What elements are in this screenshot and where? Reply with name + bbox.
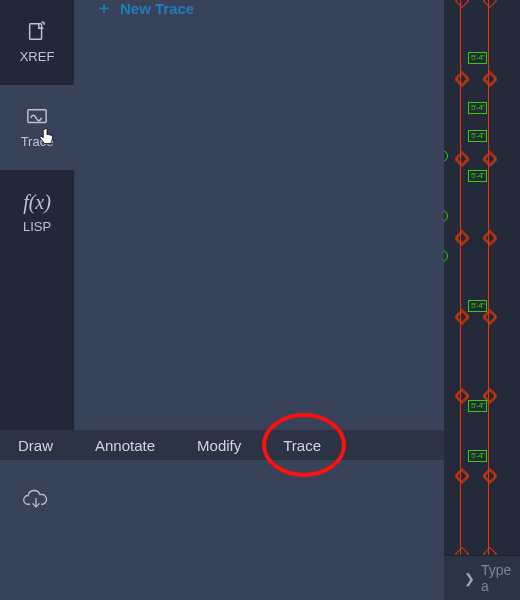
plus-icon: ＋ xyxy=(96,0,112,16)
tab-draw[interactable]: Draw xyxy=(18,437,53,454)
tab-annotate[interactable]: Annotate xyxy=(95,437,155,454)
dimension-label: 5'-4" xyxy=(468,450,487,462)
tool-options-panel xyxy=(0,460,444,600)
tool-rail: XREF Trace f(x) LISP xyxy=(0,0,74,430)
drawing-canvas[interactable]: 5'-4" 5'-4" 5'-4" 5'-4" 5'-4" 5'-4" 5'-4… xyxy=(444,0,520,555)
tool-tab-bar: Draw Annotate Modify Trace xyxy=(0,430,444,460)
command-line[interactable]: ❯ Type a xyxy=(444,555,520,600)
rail-item-trace[interactable]: Trace xyxy=(0,85,74,170)
rail-item-lisp[interactable]: f(x) LISP xyxy=(0,170,74,255)
rail-item-label: LISP xyxy=(23,219,51,234)
chevron-right-icon: ❯ xyxy=(464,571,475,586)
new-trace-label: New Trace xyxy=(120,0,194,17)
dimension-label: 5'-4" xyxy=(468,130,487,142)
dimension-chain xyxy=(488,0,493,555)
rail-item-label: XREF xyxy=(20,49,55,64)
cloud-download-icon[interactable] xyxy=(22,488,50,510)
trace-icon xyxy=(24,106,50,128)
dimension-label: 5'-4" xyxy=(468,170,487,182)
cursor-hand-icon xyxy=(38,128,56,146)
rail-item-xref[interactable]: XREF xyxy=(0,0,74,85)
xref-icon xyxy=(24,21,50,43)
tab-trace[interactable]: Trace xyxy=(283,437,321,454)
dimension-chain xyxy=(460,0,465,555)
new-trace-button[interactable]: ＋ New Trace xyxy=(74,0,444,16)
dimension-label: 5'-4" xyxy=(468,400,487,412)
dimension-label: 5'-4" xyxy=(468,300,487,312)
command-placeholder: Type a xyxy=(481,562,520,594)
tab-modify[interactable]: Modify xyxy=(197,437,241,454)
fx-icon: f(x) xyxy=(24,191,50,213)
dimension-label: 5'-4" xyxy=(468,52,487,64)
trace-panel: ＋ New Trace xyxy=(74,0,444,430)
svg-rect-0 xyxy=(30,24,42,40)
dimension-label: 5'-4" xyxy=(468,102,487,114)
svg-rect-1 xyxy=(28,110,46,123)
